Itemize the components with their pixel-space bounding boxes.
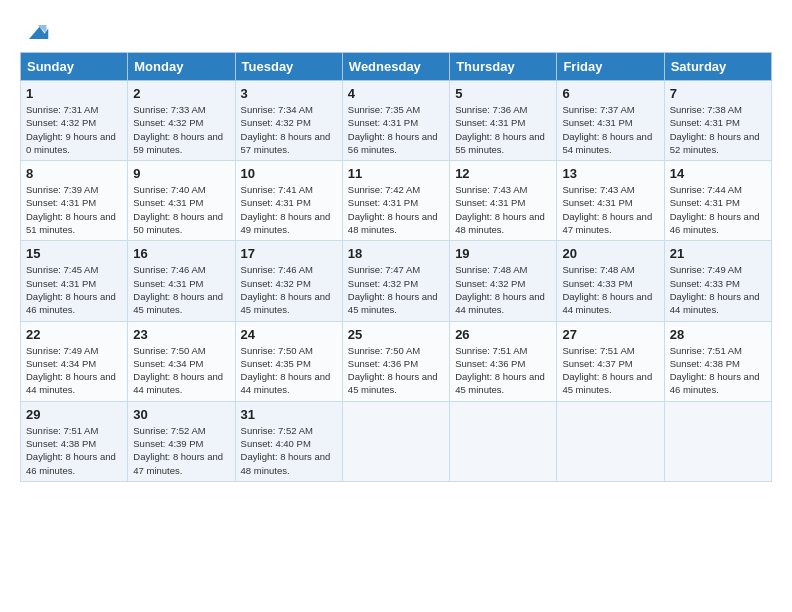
calendar-cell	[557, 401, 664, 481]
day-number: 7	[670, 86, 766, 101]
calendar-cell: 27Sunrise: 7:51 AMSunset: 4:37 PMDayligh…	[557, 321, 664, 401]
day-number: 19	[455, 246, 551, 261]
cell-info: Sunrise: 7:46 AMSunset: 4:32 PMDaylight:…	[241, 264, 331, 315]
cell-info: Sunrise: 7:51 AMSunset: 4:38 PMDaylight:…	[670, 345, 760, 396]
day-number: 21	[670, 246, 766, 261]
col-thursday: Thursday	[450, 53, 557, 81]
calendar-cell: 23Sunrise: 7:50 AMSunset: 4:34 PMDayligh…	[128, 321, 235, 401]
day-number: 23	[133, 327, 229, 342]
day-number: 13	[562, 166, 658, 181]
cell-info: Sunrise: 7:51 AMSunset: 4:38 PMDaylight:…	[26, 425, 116, 476]
cell-info: Sunrise: 7:50 AMSunset: 4:36 PMDaylight:…	[348, 345, 438, 396]
calendar-cell: 26Sunrise: 7:51 AMSunset: 4:36 PMDayligh…	[450, 321, 557, 401]
cell-info: Sunrise: 7:51 AMSunset: 4:37 PMDaylight:…	[562, 345, 652, 396]
cell-info: Sunrise: 7:49 AMSunset: 4:34 PMDaylight:…	[26, 345, 116, 396]
day-number: 18	[348, 246, 444, 261]
day-number: 22	[26, 327, 122, 342]
cell-info: Sunrise: 7:43 AMSunset: 4:31 PMDaylight:…	[562, 184, 652, 235]
calendar-cell: 16Sunrise: 7:46 AMSunset: 4:31 PMDayligh…	[128, 241, 235, 321]
cell-info: Sunrise: 7:51 AMSunset: 4:36 PMDaylight:…	[455, 345, 545, 396]
week-row-2: 8Sunrise: 7:39 AMSunset: 4:31 PMDaylight…	[21, 161, 772, 241]
calendar-cell: 30Sunrise: 7:52 AMSunset: 4:39 PMDayligh…	[128, 401, 235, 481]
day-number: 17	[241, 246, 337, 261]
cell-info: Sunrise: 7:31 AMSunset: 4:32 PMDaylight:…	[26, 104, 116, 155]
cell-info: Sunrise: 7:43 AMSunset: 4:31 PMDaylight:…	[455, 184, 545, 235]
col-wednesday: Wednesday	[342, 53, 449, 81]
calendar-cell: 9Sunrise: 7:40 AMSunset: 4:31 PMDaylight…	[128, 161, 235, 241]
day-number: 25	[348, 327, 444, 342]
day-number: 30	[133, 407, 229, 422]
calendar-cell: 12Sunrise: 7:43 AMSunset: 4:31 PMDayligh…	[450, 161, 557, 241]
cell-info: Sunrise: 7:52 AMSunset: 4:39 PMDaylight:…	[133, 425, 223, 476]
cell-info: Sunrise: 7:44 AMSunset: 4:31 PMDaylight:…	[670, 184, 760, 235]
week-row-4: 22Sunrise: 7:49 AMSunset: 4:34 PMDayligh…	[21, 321, 772, 401]
cell-info: Sunrise: 7:50 AMSunset: 4:35 PMDaylight:…	[241, 345, 331, 396]
cell-info: Sunrise: 7:38 AMSunset: 4:31 PMDaylight:…	[670, 104, 760, 155]
calendar-cell: 10Sunrise: 7:41 AMSunset: 4:31 PMDayligh…	[235, 161, 342, 241]
logo	[20, 18, 50, 46]
day-number: 5	[455, 86, 551, 101]
cell-info: Sunrise: 7:46 AMSunset: 4:31 PMDaylight:…	[133, 264, 223, 315]
day-number: 8	[26, 166, 122, 181]
calendar-cell: 11Sunrise: 7:42 AMSunset: 4:31 PMDayligh…	[342, 161, 449, 241]
week-row-1: 1Sunrise: 7:31 AMSunset: 4:32 PMDaylight…	[21, 81, 772, 161]
col-sunday: Sunday	[21, 53, 128, 81]
calendar-cell: 22Sunrise: 7:49 AMSunset: 4:34 PMDayligh…	[21, 321, 128, 401]
day-number: 4	[348, 86, 444, 101]
day-number: 1	[26, 86, 122, 101]
calendar-cell: 29Sunrise: 7:51 AMSunset: 4:38 PMDayligh…	[21, 401, 128, 481]
cell-info: Sunrise: 7:47 AMSunset: 4:32 PMDaylight:…	[348, 264, 438, 315]
day-number: 24	[241, 327, 337, 342]
day-number: 27	[562, 327, 658, 342]
col-tuesday: Tuesday	[235, 53, 342, 81]
cell-info: Sunrise: 7:52 AMSunset: 4:40 PMDaylight:…	[241, 425, 331, 476]
calendar-cell: 17Sunrise: 7:46 AMSunset: 4:32 PMDayligh…	[235, 241, 342, 321]
day-number: 28	[670, 327, 766, 342]
cell-info: Sunrise: 7:33 AMSunset: 4:32 PMDaylight:…	[133, 104, 223, 155]
day-number: 10	[241, 166, 337, 181]
calendar-cell: 31Sunrise: 7:52 AMSunset: 4:40 PMDayligh…	[235, 401, 342, 481]
day-number: 16	[133, 246, 229, 261]
cell-info: Sunrise: 7:41 AMSunset: 4:31 PMDaylight:…	[241, 184, 331, 235]
calendar-cell: 24Sunrise: 7:50 AMSunset: 4:35 PMDayligh…	[235, 321, 342, 401]
day-number: 26	[455, 327, 551, 342]
day-number: 31	[241, 407, 337, 422]
day-number: 11	[348, 166, 444, 181]
calendar-cell: 18Sunrise: 7:47 AMSunset: 4:32 PMDayligh…	[342, 241, 449, 321]
calendar-cell	[450, 401, 557, 481]
calendar-table: Sunday Monday Tuesday Wednesday Thursday…	[20, 52, 772, 482]
day-number: 2	[133, 86, 229, 101]
calendar-cell: 15Sunrise: 7:45 AMSunset: 4:31 PMDayligh…	[21, 241, 128, 321]
calendar-cell: 19Sunrise: 7:48 AMSunset: 4:32 PMDayligh…	[450, 241, 557, 321]
col-monday: Monday	[128, 53, 235, 81]
cell-info: Sunrise: 7:37 AMSunset: 4:31 PMDaylight:…	[562, 104, 652, 155]
day-number: 29	[26, 407, 122, 422]
page: Sunday Monday Tuesday Wednesday Thursday…	[0, 0, 792, 612]
cell-info: Sunrise: 7:50 AMSunset: 4:34 PMDaylight:…	[133, 345, 223, 396]
calendar-cell: 7Sunrise: 7:38 AMSunset: 4:31 PMDaylight…	[664, 81, 771, 161]
calendar-cell: 8Sunrise: 7:39 AMSunset: 4:31 PMDaylight…	[21, 161, 128, 241]
day-number: 3	[241, 86, 337, 101]
cell-info: Sunrise: 7:39 AMSunset: 4:31 PMDaylight:…	[26, 184, 116, 235]
header-area	[20, 18, 772, 46]
day-number: 20	[562, 246, 658, 261]
cell-info: Sunrise: 7:45 AMSunset: 4:31 PMDaylight:…	[26, 264, 116, 315]
calendar-cell	[342, 401, 449, 481]
cell-info: Sunrise: 7:48 AMSunset: 4:33 PMDaylight:…	[562, 264, 652, 315]
calendar-cell: 28Sunrise: 7:51 AMSunset: 4:38 PMDayligh…	[664, 321, 771, 401]
cell-info: Sunrise: 7:34 AMSunset: 4:32 PMDaylight:…	[241, 104, 331, 155]
calendar-cell: 4Sunrise: 7:35 AMSunset: 4:31 PMDaylight…	[342, 81, 449, 161]
calendar-cell	[664, 401, 771, 481]
cell-info: Sunrise: 7:35 AMSunset: 4:31 PMDaylight:…	[348, 104, 438, 155]
cell-info: Sunrise: 7:49 AMSunset: 4:33 PMDaylight:…	[670, 264, 760, 315]
day-number: 9	[133, 166, 229, 181]
calendar-cell: 13Sunrise: 7:43 AMSunset: 4:31 PMDayligh…	[557, 161, 664, 241]
col-friday: Friday	[557, 53, 664, 81]
day-number: 12	[455, 166, 551, 181]
cell-info: Sunrise: 7:36 AMSunset: 4:31 PMDaylight:…	[455, 104, 545, 155]
calendar-cell: 3Sunrise: 7:34 AMSunset: 4:32 PMDaylight…	[235, 81, 342, 161]
calendar-cell: 1Sunrise: 7:31 AMSunset: 4:32 PMDaylight…	[21, 81, 128, 161]
day-number: 6	[562, 86, 658, 101]
calendar-cell: 6Sunrise: 7:37 AMSunset: 4:31 PMDaylight…	[557, 81, 664, 161]
cell-info: Sunrise: 7:48 AMSunset: 4:32 PMDaylight:…	[455, 264, 545, 315]
